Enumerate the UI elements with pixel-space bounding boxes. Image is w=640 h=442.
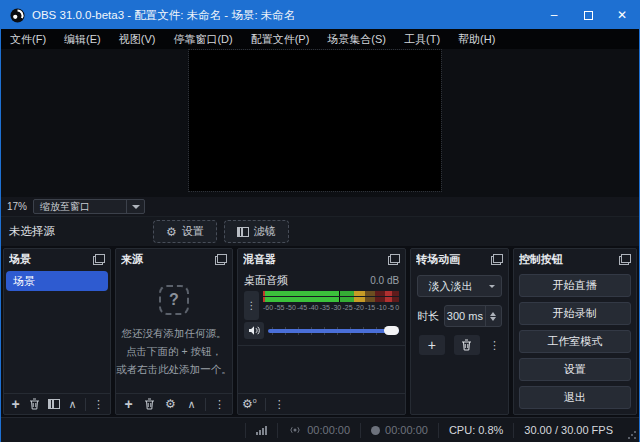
slider-handle[interactable] [384, 326, 399, 335]
remove-scene-button[interactable] [26, 396, 43, 413]
transitions-panel: 转场动画 淡入淡出 时长 300 ms [410, 248, 509, 415]
close-button[interactable]: ✕ [605, 1, 639, 29]
advanced-audio-properties-button[interactable]: ⚙o [242, 397, 257, 411]
add-scene-button[interactable]: + [7, 396, 24, 413]
start-streaming-button[interactable]: 开始直播 [519, 274, 631, 297]
sources-toolbar: + ⚙ ∧ ⋮ [116, 393, 232, 414]
scenes-overflow-menu-button[interactable]: ⋮ [90, 396, 107, 413]
window-title: OBS 31.0.0-beta3 - 配置文件: 未命名 - 场景: 未命名 [32, 8, 537, 23]
fps-counter: 30.00 / 30.00 FPS [513, 423, 639, 438]
trash-icon [461, 339, 472, 351]
no-source-status: 未选择源 [1, 224, 153, 239]
volume-slider[interactable] [268, 324, 399, 338]
menu-file[interactable]: 文件(F) [1, 29, 55, 49]
settings-button[interactable]: 设置 [519, 358, 631, 381]
menu-view[interactable]: 视图(V) [110, 29, 165, 49]
obs-window: OBS 31.0.0-beta3 - 配置文件: 未命名 - 场景: 未命名 –… [0, 0, 640, 442]
duration-value: 300 ms [445, 310, 485, 322]
spin-down-icon [490, 317, 496, 321]
slider-track [268, 329, 399, 333]
preview-scale-dropdown[interactable]: 缩放至窗口 [33, 199, 145, 214]
remove-transition-button[interactable] [454, 335, 480, 355]
popout-icon[interactable] [388, 254, 400, 265]
preview-scale-value: 缩放至窗口 [34, 200, 126, 214]
zoom-level: 17% [1, 201, 33, 212]
maximize-button[interactable] [571, 1, 605, 29]
stream-time-group: 00:00:00 [277, 423, 360, 438]
volume-meter-scale: -60-55-50-45-40-35-30-25-20-15-10-50 [263, 303, 399, 312]
menu-edit[interactable]: 编辑(E) [55, 29, 110, 49]
mixer-channel: 桌面音频 0.0 dB ⋮ [238, 269, 405, 346]
sources-overflow-menu-button[interactable]: ⋮ [210, 396, 229, 413]
move-source-up-button[interactable]: ∧ [182, 396, 201, 413]
source-filters-button[interactable]: 滤镜 [224, 220, 289, 243]
record-icon [371, 426, 380, 435]
scenes-panel: 场景 场景 + ∧ ⋮ [3, 248, 111, 415]
menu-scene-collection[interactable]: 场景集合(S) [318, 29, 395, 49]
popout-icon[interactable] [619, 254, 631, 265]
mixer-channel-menu-button[interactable]: ⋮ [244, 291, 259, 320]
menu-help[interactable]: 帮助(H) [449, 29, 504, 49]
popout-icon[interactable] [215, 254, 227, 265]
toolbar-separator [265, 398, 266, 411]
start-recording-button[interactable]: 开始录制 [519, 302, 631, 325]
source-properties-button[interactable]: ⚙ 设置 [153, 220, 217, 243]
spinner-arrows[interactable] [485, 306, 501, 326]
popout-icon[interactable] [491, 254, 503, 265]
volume-meter-bar-right [263, 297, 399, 302]
speaker-icon [248, 325, 261, 336]
preview-canvas[interactable] [189, 50, 441, 191]
status-bar: 00:00:00 00:00:00 CPU: 0.8% 30.00 / 30.0… [1, 417, 639, 442]
menu-profile[interactable]: 配置文件(P) [242, 29, 319, 49]
maximize-icon [584, 11, 593, 20]
context-bar: 未选择源 ⚙ 设置 滤镜 [1, 216, 639, 246]
add-transition-button[interactable]: + [419, 335, 445, 355]
transition-select[interactable]: 淡入淡出 [417, 275, 502, 297]
obs-logo-icon [10, 8, 25, 23]
transition-duration-row: 时长 300 ms [417, 305, 502, 327]
duration-spinbox[interactable]: 300 ms [444, 305, 502, 327]
sources-empty-line: 您还没有添加任何源。 [122, 326, 227, 341]
preview-zoom-row: 17% 缩放至窗口 [1, 197, 639, 216]
studio-mode-button[interactable]: 工作室模式 [519, 330, 631, 353]
resize-grip[interactable] [627, 430, 637, 440]
transitions-panel-title: 转场动画 [416, 252, 491, 267]
broadcast-icon [288, 425, 302, 435]
mute-button[interactable] [244, 322, 264, 339]
preview-area [1, 49, 639, 197]
sources-empty-line: 点击下面的 + 按钮， [126, 344, 222, 359]
mixer-overflow-menu-button[interactable]: ⋮ [274, 398, 285, 411]
trash-icon [29, 398, 40, 410]
transition-properties-button[interactable]: ⋮ [489, 339, 500, 352]
menu-docks[interactable]: 停靠窗口(D) [164, 29, 241, 49]
duration-label: 时长 [417, 309, 439, 324]
scene-list-item[interactable]: 场景 [6, 271, 108, 291]
transitions-buttons-row: + ⋮ [417, 335, 502, 355]
cpu-usage: CPU: 0.8% [438, 423, 513, 438]
remove-source-button[interactable] [140, 396, 159, 413]
sources-panel-header: 来源 [116, 249, 232, 269]
move-scene-up-button[interactable]: ∧ [64, 396, 81, 413]
sources-panel-title: 来源 [121, 252, 215, 267]
add-source-button[interactable]: + [119, 396, 138, 413]
scenes-panel-header: 场景 [4, 249, 110, 269]
scenes-list: 场景 [4, 269, 110, 393]
source-properties-button[interactable]: ⚙ [161, 396, 180, 413]
popout-icon[interactable] [93, 254, 105, 265]
minimize-button[interactable]: – [537, 1, 571, 29]
sources-panel: 来源 ? 您还没有添加任何源。 点击下面的 + 按钮， 或者右击此处添加一个。 … [115, 248, 233, 415]
controls-panel-title: 控制按钮 [519, 252, 619, 267]
sources-empty-line: 或者右击此处添加一个。 [116, 362, 232, 377]
scene-filters-button[interactable] [45, 396, 62, 413]
chevron-down-icon [483, 285, 501, 288]
spin-up-icon [490, 312, 496, 316]
signal-bars-icon [256, 425, 267, 435]
exit-button[interactable]: 退出 [519, 386, 631, 409]
transitions-panel-header: 转场动画 [411, 249, 508, 269]
source-filters-label: 滤镜 [254, 224, 276, 239]
source-properties-label: 设置 [182, 224, 204, 239]
sources-empty-state[interactable]: ? 您还没有添加任何源。 点击下面的 + 按钮， 或者右击此处添加一个。 [116, 269, 232, 393]
menu-tools[interactable]: 工具(T) [395, 29, 449, 49]
controls-body: 开始直播 开始录制 工作室模式 设置 退出 [514, 269, 636, 414]
mixer-panel-title: 混音器 [243, 252, 388, 267]
